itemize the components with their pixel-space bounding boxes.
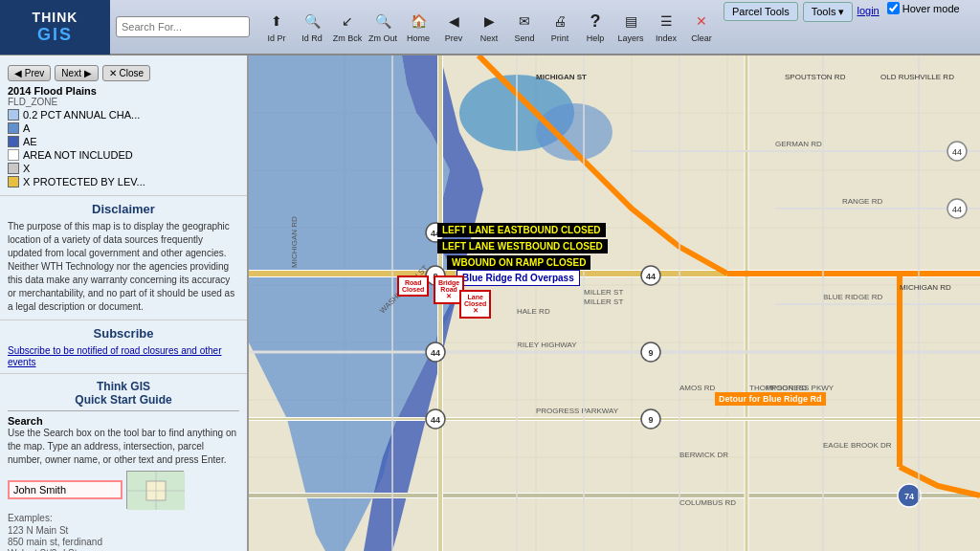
svg-text:MICHIGAN ST: MICHIGAN ST xyxy=(536,73,587,81)
hover-mode-label: Hover mode xyxy=(902,3,960,14)
svg-text:RILEY HIGHWAY: RILEY HIGHWAY xyxy=(517,341,577,349)
svg-text:GERMAN RD: GERMAN RD xyxy=(775,140,822,148)
search-section-text: Use the Search box on the tool bar to fi… xyxy=(8,427,239,467)
onramp-closed-label: WBOUND ON RAMP CLOSED xyxy=(447,255,590,270)
hover-mode-checkbox[interactable] xyxy=(887,2,900,14)
list-item: 0.2 PCT ANNUAL CHA... xyxy=(8,109,239,121)
id-rd-button[interactable]: 🔍 Id Rd xyxy=(295,2,329,52)
legend-color-swatch xyxy=(8,122,19,134)
next-button[interactable]: ▶ Next xyxy=(472,2,506,52)
svg-text:74: 74 xyxy=(904,492,914,501)
blue-ridge-label: Blue Ridge Rd Overpass xyxy=(457,270,580,286)
svg-text:OLD RUSHVILLE RD: OLD RUSHVILLE RD xyxy=(880,73,954,81)
layers-label: Layers xyxy=(617,34,643,44)
parcel-tools-button[interactable]: Parcel Tools xyxy=(724,2,798,21)
legend-color-swatch xyxy=(8,109,19,121)
map-area[interactable]: MICHIGAN RD THOMPSON RD PROGRESS PARKWAY… xyxy=(249,55,980,551)
logo-think: THINK xyxy=(33,10,78,25)
zm-out-button[interactable]: 🔍 Zm Out xyxy=(366,2,400,52)
legend-items: 0.2 PCT ANNUAL CHA... A AE AREA NOT INCL… xyxy=(8,109,239,187)
subscribe-section: Subscribe Subscribe to be notified of ro… xyxy=(0,320,247,374)
print-button[interactable]: 🖨 Print xyxy=(543,2,577,52)
road-closed-sign-1: RoadClosed xyxy=(397,276,429,297)
svg-text:MILLER ST: MILLER ST xyxy=(584,298,623,306)
close-nav-button[interactable]: ✕ Close xyxy=(102,65,150,81)
svg-text:9: 9 xyxy=(648,348,653,358)
list-item: AREA NOT INCLUDED xyxy=(8,149,239,161)
login-button[interactable]: login xyxy=(854,2,881,19)
list-item: A xyxy=(8,122,239,134)
id-pr-icon: ⬆ xyxy=(265,10,288,33)
search-field[interactable] xyxy=(8,480,122,499)
nav-buttons: ◀ Prev Next ▶ ✕ Close xyxy=(8,65,239,81)
list-item: AE xyxy=(8,136,239,147)
next-icon: ▶ xyxy=(478,10,501,33)
clear-icon: ✕ xyxy=(690,10,713,33)
prev-nav-button[interactable]: ◀ Prev xyxy=(8,65,51,81)
print-label: Print xyxy=(551,34,569,44)
send-icon: ✉ xyxy=(513,10,536,33)
svg-text:44: 44 xyxy=(431,348,440,358)
svg-text:PROGRESS PKWY: PROGRESS PKWY xyxy=(766,384,835,392)
legend-item-label: AE xyxy=(23,136,37,147)
legend-color-swatch xyxy=(8,136,19,147)
next-nav-button[interactable]: Next ▶ xyxy=(55,65,98,81)
left-panel: ◀ Prev Next ▶ ✕ Close 2014 Flood Plains … xyxy=(0,55,249,551)
map-svg: MICHIGAN RD THOMPSON RD PROGRESS PARKWAY… xyxy=(249,55,980,551)
examples-section: Examples: 123 N Main St 850 main st, fer… xyxy=(8,513,239,551)
send-button[interactable]: ✉ Send xyxy=(507,2,542,52)
zm-bck-label: Zm Bck xyxy=(333,34,363,44)
svg-text:AMOS RD: AMOS RD xyxy=(679,384,716,392)
legend-item-label: X xyxy=(23,163,30,174)
legend-item-label: A xyxy=(23,122,30,134)
svg-text:MICHIGAN RD: MICHIGAN RD xyxy=(900,283,951,292)
help-label: Help xyxy=(587,34,605,44)
legend-section: ◀ Prev Next ▶ ✕ Close 2014 Flood Plains … xyxy=(0,55,247,196)
search-input[interactable] xyxy=(116,16,250,37)
disclaimer-section: Disclaimer The purpose of this map is to… xyxy=(0,196,247,320)
id-rd-label: Id Rd xyxy=(301,34,323,44)
quickstart-section: Think GIS Quick Start Guide Search Use t… xyxy=(0,374,247,551)
prev-icon: ◀ xyxy=(442,10,465,33)
index-label: Index xyxy=(656,34,677,44)
layers-button[interactable]: ▤ Layers xyxy=(613,2,648,52)
svg-text:44: 44 xyxy=(431,415,440,425)
svg-text:BLUE RIDGE RD: BLUE RIDGE RD xyxy=(823,293,882,301)
legend-item-label: AREA NOT INCLUDED xyxy=(23,149,133,161)
prev-label: Prev xyxy=(445,34,463,44)
example-item: 123 N Main St xyxy=(8,525,239,536)
layers-icon: ▤ xyxy=(619,10,642,33)
legend-item-label: 0.2 PCT ANNUAL CHA... xyxy=(23,109,140,121)
example-item: 850 main st, ferdinand xyxy=(8,537,239,547)
home-button[interactable]: 🏠 Home xyxy=(401,2,435,52)
legend-title: 2014 Flood Plains xyxy=(8,85,239,97)
subscribe-link[interactable]: Subscribe to be notified of road closure… xyxy=(8,345,221,367)
svg-text:44: 44 xyxy=(952,147,962,157)
westbound-closed-label: LEFT LANE WESTBOUND CLOSED xyxy=(437,239,608,253)
svg-text:RANGE RD: RANGE RD xyxy=(842,197,882,206)
hover-mode-toggle[interactable]: Hover mode xyxy=(883,2,964,14)
index-button[interactable]: ☰ Index xyxy=(649,2,683,52)
legend-color-swatch xyxy=(8,176,19,187)
search-input-row xyxy=(8,471,239,509)
help-button[interactable]: ? Help xyxy=(578,2,612,52)
toolbar: THINK GIS ⬆ Id Pr 🔍 Id Rd ↙ Zm Bck 🔍 Zm … xyxy=(0,0,980,55)
disclaimer-text: The purpose of this map is to display th… xyxy=(8,220,239,314)
clear-button[interactable]: ✕ Clear xyxy=(684,2,719,52)
zm-out-label: Zm Out xyxy=(368,34,397,44)
svg-text:COLUMBUS RD: COLUMBUS RD xyxy=(679,498,736,507)
legend-subtitle: FLD_ZONE xyxy=(8,97,239,107)
home-icon: 🏠 xyxy=(407,10,430,33)
id-pr-button[interactable]: ⬆ Id Pr xyxy=(259,2,294,52)
search-section-title: Search xyxy=(8,415,239,427)
id-pr-label: Id Pr xyxy=(267,34,285,44)
svg-text:MILLER ST: MILLER ST xyxy=(584,288,623,297)
prev-button[interactable]: ◀ Prev xyxy=(436,2,471,52)
tools-button[interactable]: Tools ▾ xyxy=(803,2,854,22)
zm-bck-button[interactable]: ↙ Zm Bck xyxy=(330,2,365,52)
svg-text:44: 44 xyxy=(646,272,656,281)
zm-out-icon: 🔍 xyxy=(371,10,394,33)
list-item: X xyxy=(8,163,239,174)
index-icon: ☰ xyxy=(655,10,678,33)
clear-label: Clear xyxy=(691,34,712,44)
